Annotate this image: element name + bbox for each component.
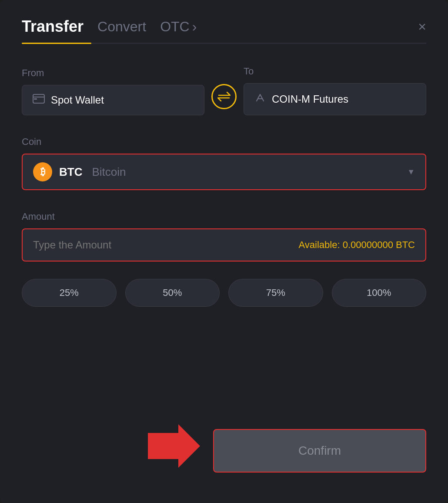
amount-available: Available: 0.00000000 BTC [299,239,415,251]
transfer-modal: Transfer Convert OTC › × From [0,0,448,503]
available-label: Available: [299,239,340,250]
svg-marker-3 [148,424,200,468]
from-to-row: From Spot Wallet [22,66,426,115]
coin-label: Coin [22,136,426,148]
amount-section: Amount Available: 0.00000000 BTC [22,211,426,262]
coin-name: BTC [59,165,82,179]
btc-symbol: ₿ [40,166,45,178]
to-label: To [244,66,426,77]
confirm-button[interactable]: Confirm [213,429,426,473]
coin-select[interactable]: ₿ BTC Bitcoin ▼ [22,154,426,190]
coin-chevron-icon: ▼ [407,168,415,177]
to-wallet-box[interactable]: COIN-M Futures [244,83,426,115]
tab-otc-label: OTC [160,19,190,35]
amount-input[interactable] [33,239,120,251]
to-futures-text: COIN-M Futures [272,93,348,105]
arrow-indicator [148,424,200,473]
futures-icon [254,92,266,106]
pct-row: 25% 50% 75% 100% [22,279,426,307]
close-button[interactable]: × [418,20,426,40]
from-label: From [22,67,204,79]
to-section: To COIN-M Futures [244,66,426,115]
pct-75-button[interactable]: 75% [228,279,323,307]
amount-input-box: Available: 0.00000000 BTC [22,228,426,262]
tab-transfer[interactable]: Transfer [22,17,84,43]
tab-underline-active [22,43,91,44]
tab-otc-chevron: › [192,19,197,35]
from-wallet-text: Spot Wallet [51,94,104,106]
coin-section: Coin ₿ BTC Bitcoin ▼ [22,136,426,190]
swap-container [204,84,244,115]
confirm-area: Confirm [22,416,426,477]
tab-otc[interactable]: OTC › [160,19,197,42]
available-value: 0.00000000 BTC [343,239,415,250]
amount-label: Amount [22,211,426,222]
from-section: From Spot Wallet [22,67,204,115]
pct-25-button[interactable]: 25% [22,279,117,307]
pct-50-button[interactable]: 50% [125,279,220,307]
header: Transfer Convert OTC › × [22,17,426,43]
tab-underline-row [22,43,426,44]
from-wallet-box[interactable]: Spot Wallet [22,85,204,115]
coin-full-name: Bitcoin [92,165,126,179]
pct-100-button[interactable]: 100% [332,279,427,307]
tab-convert[interactable]: Convert [97,19,146,42]
btc-icon: ₿ [33,162,52,181]
wallet-icon [33,94,45,106]
svg-rect-2 [34,98,37,100]
swap-button[interactable] [211,84,237,109]
